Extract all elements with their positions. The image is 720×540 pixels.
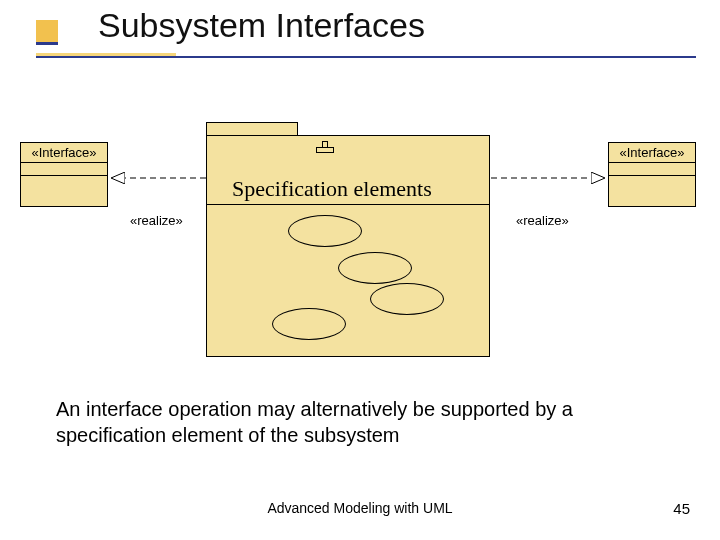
spec-element-2 — [338, 252, 412, 284]
specification-elements-label: Specification elements — [232, 176, 432, 202]
spec-element-1 — [288, 215, 362, 247]
realize-label-left: «realize» — [130, 213, 183, 228]
page-number: 45 — [673, 500, 690, 517]
spec-element-4 — [272, 308, 346, 340]
subsystem-box — [206, 135, 490, 357]
realize-label-right: «realize» — [516, 213, 569, 228]
interface-left: «Interface» — [20, 142, 108, 207]
diagram-stage: «Interface» «Interface» Specification el… — [0, 0, 720, 540]
interface-right-stereotype: «Interface» — [608, 142, 696, 163]
subsystem-divider — [206, 204, 490, 205]
caption-text: An interface operation may alternatively… — [56, 396, 666, 448]
spec-element-3 — [370, 283, 444, 315]
footer-text: Advanced Modeling with UML — [0, 500, 720, 516]
interface-left-stereotype: «Interface» — [20, 142, 108, 163]
interface-right: «Interface» — [608, 142, 696, 207]
subsystem-icon — [316, 141, 334, 153]
subsystem-tab — [206, 122, 298, 136]
